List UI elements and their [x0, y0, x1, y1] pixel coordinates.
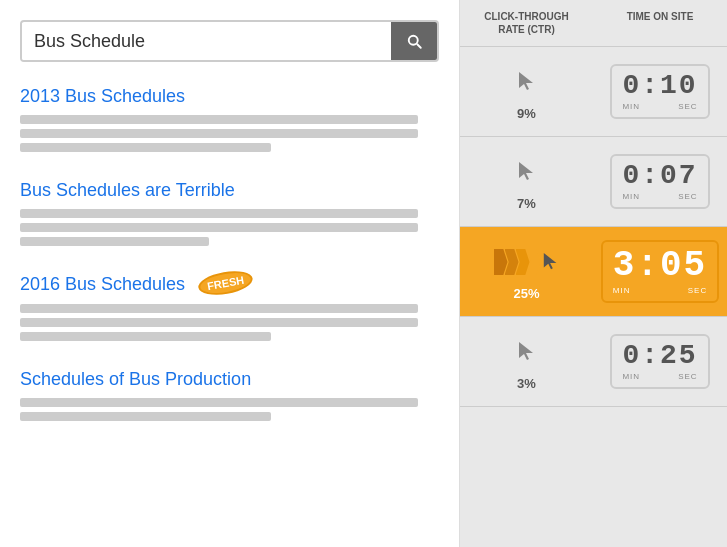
result-line — [20, 209, 418, 218]
result-lines-1 — [20, 115, 439, 152]
search-bar — [20, 20, 439, 62]
tos-cell-4: 0:25 MIN SEC — [593, 334, 727, 389]
search-input[interactable] — [22, 23, 391, 60]
result-line — [20, 332, 271, 341]
min-label-2: MIN — [622, 192, 640, 201]
result-title-4[interactable]: Schedules of Bus Production — [20, 369, 439, 390]
cursor-area-1 — [487, 62, 567, 102]
result-line — [20, 318, 418, 327]
cursor-icon-3 — [542, 251, 560, 273]
result-item-4: Schedules of Bus Production — [20, 369, 439, 421]
sec-label-2: SEC — [678, 192, 697, 201]
result-line — [20, 115, 418, 124]
left-panel: 2013 Bus Schedules Bus Schedules are Ter… — [0, 0, 460, 547]
result-item-3: 2016 Bus Schedules FRESH — [20, 274, 439, 341]
data-row-2: 7% 0:07 MIN SEC — [460, 137, 727, 227]
arrow-bar — [494, 249, 508, 275]
clock-time-1: 0:10 — [622, 72, 697, 100]
sec-label-4: SEC — [678, 372, 697, 381]
result-lines-2 — [20, 209, 439, 246]
ctr-percent-1: 9% — [517, 106, 536, 121]
clock-labels-1: MIN SEC — [622, 102, 697, 111]
result-line — [20, 412, 271, 421]
ctr-cell-1: 9% — [460, 57, 593, 126]
clock-time-3: 3:05 — [613, 248, 707, 284]
right-panel: CLICK-THROUGH RATE (CTR) TIME ON SITE 9%… — [460, 0, 727, 547]
cursor-area-3 — [487, 242, 567, 282]
right-panel-header: CLICK-THROUGH RATE (CTR) TIME ON SITE — [460, 0, 727, 47]
result-title-text-3: 2016 Bus Schedules — [20, 274, 185, 294]
result-line — [20, 237, 209, 246]
tos-cell-2: 0:07 MIN SEC — [593, 154, 727, 209]
clock-labels-3: MIN SEC — [613, 286, 707, 295]
clock-time-2: 0:07 — [622, 162, 697, 190]
cursor-icon-4 — [517, 340, 537, 364]
result-item-1: 2013 Bus Schedules — [20, 86, 439, 152]
result-title-3[interactable]: 2016 Bus Schedules FRESH — [20, 274, 439, 296]
ctr-percent-2: 7% — [517, 196, 536, 211]
result-lines-3 — [20, 304, 439, 341]
clock-display-2: 0:07 MIN SEC — [610, 154, 709, 209]
cursor-area-4 — [487, 332, 567, 372]
result-lines-4 — [20, 398, 439, 421]
result-line — [20, 143, 271, 152]
result-line — [20, 129, 418, 138]
data-row-3: 25% 3:05 MIN SEC — [460, 227, 727, 317]
min-label-4: MIN — [622, 372, 640, 381]
cursor-icon-1 — [517, 70, 537, 94]
result-title-1[interactable]: 2013 Bus Schedules — [20, 86, 439, 107]
sec-label-3: SEC — [688, 286, 707, 295]
ctr-header: CLICK-THROUGH RATE (CTR) — [460, 10, 593, 36]
ctr-percent-4: 3% — [517, 376, 536, 391]
tos-header: TIME ON SITE — [593, 10, 727, 36]
min-label-1: MIN — [622, 102, 640, 111]
tos-cell-1: 0:10 MIN SEC — [593, 64, 727, 119]
search-button[interactable] — [391, 22, 437, 60]
data-row-1: 9% 0:10 MIN SEC — [460, 47, 727, 137]
search-icon — [405, 32, 423, 50]
cursor-icon-2 — [517, 160, 537, 184]
result-line — [20, 223, 418, 232]
ctr-cell-3: 25% — [460, 237, 593, 306]
result-line — [20, 304, 418, 313]
clock-labels-4: MIN SEC — [622, 372, 697, 381]
ctr-cell-2: 7% — [460, 147, 593, 216]
sec-label-1: SEC — [678, 102, 697, 111]
result-item-2: Bus Schedules are Terrible — [20, 180, 439, 246]
clock-labels-2: MIN SEC — [622, 192, 697, 201]
fresh-badge: FRESH — [197, 268, 255, 299]
ctr-percent-3: 25% — [513, 286, 539, 301]
clock-display-3: 3:05 MIN SEC — [601, 240, 719, 303]
clock-time-4: 0:25 — [622, 342, 697, 370]
tos-cell-3: 3:05 MIN SEC — [593, 240, 727, 303]
clock-display-1: 0:10 MIN SEC — [610, 64, 709, 119]
result-line — [20, 398, 418, 407]
data-row-4: 3% 0:25 MIN SEC — [460, 317, 727, 407]
ctr-cell-4: 3% — [460, 327, 593, 396]
cursor-area-2 — [487, 152, 567, 192]
clock-display-4: 0:25 MIN SEC — [610, 334, 709, 389]
result-title-2[interactable]: Bus Schedules are Terrible — [20, 180, 439, 201]
min-label-3: MIN — [613, 286, 631, 295]
